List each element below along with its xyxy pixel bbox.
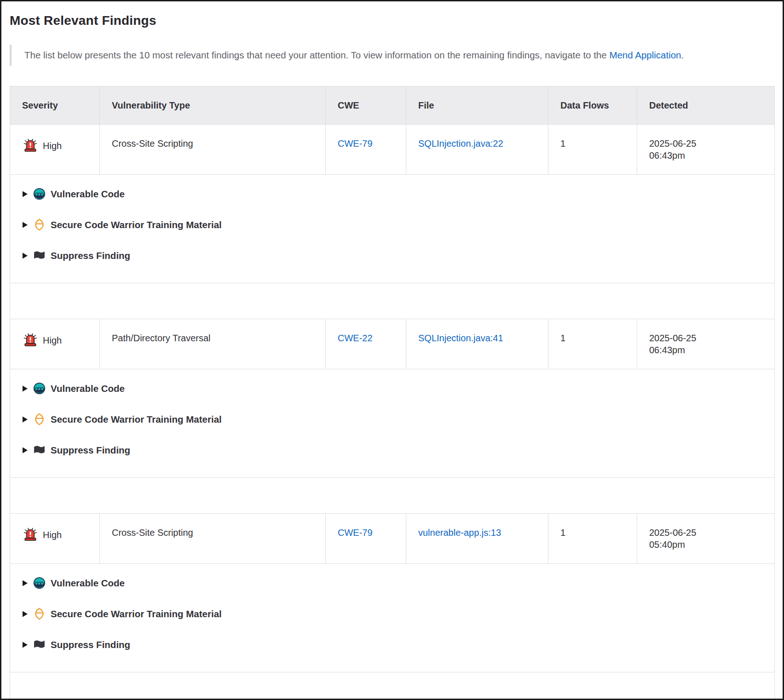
suppress-finding-details: Suppress Finding <box>22 444 762 456</box>
mend-logo-icon <box>33 382 46 395</box>
detected-cell: 2025-06-25 06:43pm <box>637 319 775 369</box>
suppress-finding-details: Suppress Finding <box>22 249 762 262</box>
collapsed-triangle-icon <box>22 580 28 587</box>
data-flows-cell: 1 <box>548 319 637 369</box>
data-flows-cell: 1 <box>548 514 637 564</box>
detected-time: 06:43pm <box>649 149 762 161</box>
vulnerable-code-summary[interactable]: Vulnerable Code <box>22 188 762 200</box>
detected-cell: 2025-06-25 05:40pm <box>637 514 775 564</box>
finding-details-row: Vulnerable Code Secure Code Warrior Trai… <box>10 564 775 672</box>
severity-cell: High <box>22 527 87 543</box>
scw-training-details: Secure Code Warrior Training Material <box>22 608 762 620</box>
details-label: Vulnerable Code <box>51 188 125 200</box>
scw-training-summary[interactable]: Secure Code Warrior Training Material <box>22 218 762 231</box>
vulnerable-code-details: Vulnerable Code <box>22 382 762 395</box>
data-flows-cell: 1 <box>548 125 637 175</box>
column-header-data-flows: Data Flows <box>548 86 637 125</box>
severity-label: High <box>43 140 62 152</box>
mend-application-link[interactable]: Mend Application <box>609 50 681 60</box>
table-header-row: Severity Vulnerability Type CWE File Dat… <box>10 86 775 125</box>
spacer-row <box>10 672 775 700</box>
findings-table: Severity Vulnerability Type CWE File Dat… <box>10 86 775 700</box>
details-label: Secure Code Warrior Training Material <box>51 413 222 425</box>
intro-text-period: . <box>681 50 684 60</box>
details-label: Secure Code Warrior Training Material <box>51 219 222 231</box>
scw-training-summary[interactable]: Secure Code Warrior Training Material <box>22 413 762 425</box>
collapsed-triangle-icon <box>22 252 28 259</box>
file-link[interactable]: vulnerable-app.js:13 <box>418 528 501 538</box>
detected-date: 2025-06-25 <box>649 138 762 149</box>
cwe-link[interactable]: CWE-79 <box>338 138 373 149</box>
scw-shield-icon <box>33 608 46 620</box>
column-header-cwe: CWE <box>326 86 406 125</box>
suppress-finding-summary[interactable]: Suppress Finding <box>22 638 762 651</box>
mend-logo-icon <box>33 577 46 589</box>
rotating-light-siren-icon <box>22 138 39 154</box>
collapsed-triangle-icon <box>22 416 28 423</box>
detected-time: 06:43pm <box>649 344 762 356</box>
vulnerable-code-details: Vulnerable Code <box>22 188 762 200</box>
collapsed-triangle-icon <box>22 385 28 392</box>
vulnerable-code-summary[interactable]: Vulnerable Code <box>22 382 762 395</box>
intro-blockquote: The list below presents the 10 most rele… <box>10 45 774 66</box>
collapsed-triangle-icon <box>22 610 28 618</box>
suppress-finding-summary[interactable]: Suppress Finding <box>22 249 762 262</box>
detected-time: 05:40pm <box>649 539 762 551</box>
collapsed-triangle-icon <box>22 221 28 229</box>
cwe-link[interactable]: CWE-79 <box>338 528 373 538</box>
column-header-detected: Detected <box>637 86 775 125</box>
vulnerability-type-cell: Cross-Site Scripting <box>100 125 326 175</box>
file-link[interactable]: SQLInjection.java:41 <box>418 333 503 343</box>
intro-text: The list below presents the 10 most rele… <box>24 50 609 60</box>
vulnerability-type-cell: Path/Directory Traversal <box>100 319 326 369</box>
detected-cell: 2025-06-25 06:43pm <box>637 125 775 175</box>
collapsed-triangle-icon <box>22 641 28 648</box>
spacer-row <box>10 283 775 319</box>
details-label: Suppress Finding <box>51 250 130 262</box>
finding-details-row: Vulnerable Code Secure Code Warrior Trai… <box>10 369 775 478</box>
vulnerability-type-cell: Cross-Site Scripting <box>100 514 326 564</box>
severity-label: High <box>43 334 62 346</box>
details-label: Suppress Finding <box>51 444 130 456</box>
scw-training-details: Secure Code Warrior Training Material <box>22 218 762 231</box>
severity-cell: High <box>22 138 87 154</box>
finding-row: High Path/Directory Traversal CWE-22 SQL… <box>10 319 775 369</box>
spacer-row <box>10 478 775 514</box>
suppress-finding-details: Suppress Finding <box>22 638 762 651</box>
detected-date: 2025-06-25 <box>649 332 762 344</box>
details-label: Secure Code Warrior Training Material <box>51 608 222 620</box>
details-label: Vulnerable Code <box>51 383 125 395</box>
column-header-file: File <box>406 86 548 125</box>
cwe-link[interactable]: CWE-22 <box>338 333 373 343</box>
column-header-severity: Severity <box>10 86 100 125</box>
collapsed-triangle-icon <box>22 447 28 454</box>
page-title: Most Relevant Findings <box>10 13 774 28</box>
detected-date: 2025-06-25 <box>649 527 762 539</box>
rotating-light-siren-icon <box>22 527 39 543</box>
scw-shield-icon <box>33 413 46 425</box>
column-header-vulnerability-type: Vulnerability Type <box>100 86 326 125</box>
black-flag-icon <box>33 444 46 456</box>
details-label: Vulnerable Code <box>51 577 125 589</box>
black-flag-icon <box>33 638 46 651</box>
suppress-finding-summary[interactable]: Suppress Finding <box>22 444 762 456</box>
rotating-light-siren-icon <box>22 332 39 348</box>
collapsed-triangle-icon <box>22 190 28 198</box>
severity-label: High <box>43 529 62 541</box>
vulnerable-code-details: Vulnerable Code <box>22 577 762 589</box>
details-label: Suppress Finding <box>51 639 130 651</box>
finding-row: High Cross-Site Scripting CWE-79 vulnera… <box>10 514 775 564</box>
severity-cell: High <box>22 332 87 348</box>
file-link[interactable]: SQLInjection.java:22 <box>418 138 503 149</box>
vulnerable-code-summary[interactable]: Vulnerable Code <box>22 577 762 589</box>
mend-logo-icon <box>33 188 46 200</box>
scw-training-summary[interactable]: Secure Code Warrior Training Material <box>22 608 762 620</box>
black-flag-icon <box>33 249 46 262</box>
finding-row: High Cross-Site Scripting CWE-79 SQLInje… <box>10 125 775 175</box>
scw-training-details: Secure Code Warrior Training Material <box>22 413 762 425</box>
finding-details-row: Vulnerable Code Secure Code Warrior Trai… <box>10 175 775 283</box>
scw-shield-icon <box>33 218 46 231</box>
